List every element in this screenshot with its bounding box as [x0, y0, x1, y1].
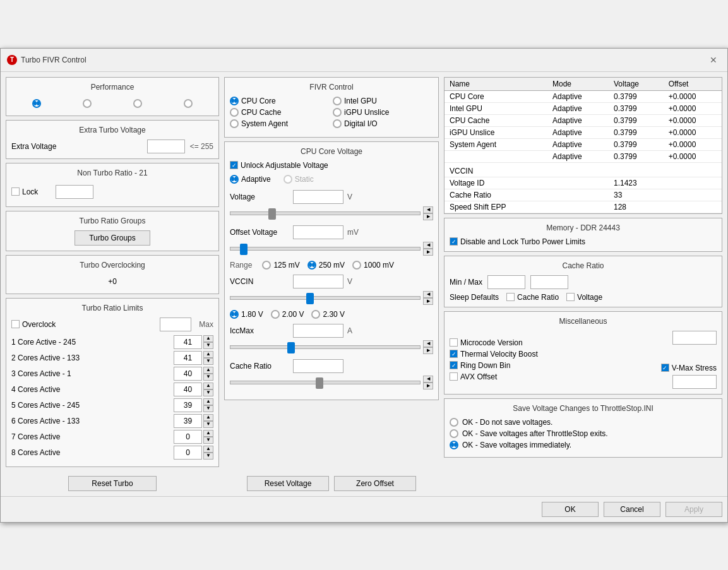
iccmax-slider[interactable]: [230, 345, 421, 349]
core-3-down[interactable]: ▼: [203, 374, 213, 381]
core-8-input[interactable]: [174, 446, 202, 460]
core-5-up[interactable]: ▲: [203, 398, 213, 405]
thermal-checkbox-item[interactable]: ✓ Thermal Velocity Boost: [450, 350, 656, 359]
offset-slider[interactable]: [230, 247, 421, 251]
iccmax-slider-down[interactable]: ▶: [423, 347, 433, 354]
core-5-input[interactable]: [174, 398, 202, 412]
range-250-radio[interactable]: 250 mV: [307, 261, 345, 270]
overclock-value-input[interactable]: 245: [160, 318, 191, 331]
turbo-groups-button[interactable]: Turbo Groups: [75, 230, 150, 246]
cache-ratio-slider-down[interactable]: ▶: [423, 383, 433, 389]
static-radio[interactable]: Static: [283, 175, 314, 184]
core-4-down[interactable]: ▼: [203, 389, 213, 396]
avx-offset-checkbox[interactable]: [450, 372, 458, 381]
cache-ratio-max-input[interactable]: 38: [530, 275, 568, 289]
core-6-down[interactable]: ▼: [203, 421, 213, 428]
cancel-button[interactable]: Cancel: [604, 502, 660, 517]
core-6-up[interactable]: ▲: [203, 414, 213, 421]
fivr-radio-digital-io-circle[interactable]: [333, 119, 342, 128]
save-do-not-save-radio[interactable]: [450, 418, 458, 427]
adaptive-radio-circle[interactable]: [230, 175, 239, 184]
offset-slider-up[interactable]: ◀: [423, 242, 433, 249]
core-2-down[interactable]: ▼: [203, 358, 213, 365]
core-7-input[interactable]: [174, 430, 202, 444]
voltage-slider[interactable]: [230, 211, 421, 215]
core-1-input[interactable]: [174, 335, 202, 349]
vccin-slider-up[interactable]: ◀: [423, 291, 433, 298]
range-1000-circle[interactable]: [352, 261, 361, 270]
voltage-sleep-checkbox[interactable]: [566, 293, 575, 301]
extra-voltage-input[interactable]: 0: [147, 140, 185, 153]
fivr-radio-igpu-unslice[interactable]: iGPU Unslice: [333, 108, 433, 117]
microcode-value-input[interactable]: 0xDE: [672, 331, 717, 345]
microcode-checkbox[interactable]: [450, 338, 458, 347]
voltage-slider-up[interactable]: ◀: [423, 206, 433, 213]
reset-turbo-button[interactable]: Reset Turbo: [68, 476, 157, 491]
save-do-not-save-row[interactable]: OK - Do not save voltages.: [450, 418, 717, 427]
fivr-radio-system-agent-circle[interactable]: [230, 119, 239, 128]
disable-lock-checkbox[interactable]: ✓: [450, 237, 458, 246]
cache-ratio-sleep-checkbox[interactable]: [506, 293, 515, 301]
avx-offset-checkbox-item[interactable]: AVX Offset: [450, 372, 656, 381]
core-1-down[interactable]: ▼: [203, 342, 213, 349]
range-125-radio[interactable]: 125 mV: [262, 261, 299, 270]
save-after-exit-row[interactable]: OK - Save voltages after ThrottleStop ex…: [450, 429, 717, 438]
fivr-radio-system-agent[interactable]: System Agent: [230, 119, 330, 128]
perf-radio-3[interactable]: [133, 99, 142, 108]
voltage-slider-down[interactable]: ▶: [423, 213, 433, 220]
vmax-checkbox[interactable]: ✓: [661, 364, 669, 372]
save-immediately-row[interactable]: OK - Save voltages immediately.: [450, 441, 717, 449]
core-2-up[interactable]: ▲: [203, 351, 213, 358]
core-4-input[interactable]: [174, 383, 202, 396]
close-button[interactable]: ✕: [706, 52, 721, 68]
core-7-up[interactable]: ▲: [203, 430, 213, 437]
fivr-radio-intel-gpu[interactable]: Intel GPU: [333, 97, 433, 105]
range-125-circle[interactable]: [262, 261, 271, 270]
iccmax-slider-up[interactable]: ◀: [423, 340, 433, 347]
core-6-input[interactable]: [174, 414, 202, 428]
overclock-checkbox[interactable]: [11, 320, 20, 328]
fivr-radio-cpu-cache[interactable]: CPU Cache: [230, 108, 330, 117]
voltage-input[interactable]: 0.3799: [293, 190, 343, 204]
vccin-range-180-circle[interactable]: [230, 310, 239, 319]
fivr-radio-cpu-core-circle[interactable]: [230, 97, 239, 105]
overclock-checkbox-item[interactable]: Overclock: [11, 320, 56, 329]
microcode-checkbox-item[interactable]: Microcode Version: [450, 338, 656, 347]
fivr-radio-digital-io[interactable]: Digital I/O: [333, 119, 433, 128]
range-250-circle[interactable]: [307, 261, 316, 270]
reset-voltage-button[interactable]: Reset Voltage: [247, 476, 329, 491]
save-after-exit-radio[interactable]: [450, 429, 458, 438]
zero-offset-button[interactable]: Zero Offset: [334, 476, 416, 491]
vccin-range-200-radio[interactable]: 2.00 V: [271, 310, 304, 319]
core-8-down[interactable]: ▼: [203, 453, 213, 460]
cache-ratio-slider[interactable]: [230, 381, 421, 384]
static-radio-circle[interactable]: [283, 175, 292, 184]
perf-radio-2[interactable]: [83, 99, 92, 108]
avx-offset-value-input[interactable]: 0: [672, 375, 717, 389]
core-1-up[interactable]: ▲: [203, 335, 213, 342]
fivr-radio-intel-gpu-circle[interactable]: [333, 97, 342, 105]
vccin-slider-down[interactable]: ▶: [423, 298, 433, 305]
fivr-radio-cpu-cache-circle[interactable]: [230, 108, 239, 117]
lock-checkbox-item[interactable]: Lock: [11, 187, 38, 196]
core-8-up[interactable]: ▲: [203, 446, 213, 453]
ring-down-checkbox[interactable]: ✓: [450, 361, 458, 369]
cache-ratio-cb[interactable]: Cache Ratio: [506, 293, 559, 302]
fivr-radio-igpu-unslice-circle[interactable]: [333, 108, 342, 117]
ring-down-checkbox-item[interactable]: ✓ Ring Down Bin: [450, 361, 656, 370]
vccin-range-230-circle[interactable]: [311, 310, 320, 319]
core-5-down[interactable]: ▼: [203, 405, 213, 412]
vccin-range-180-radio[interactable]: 1.80 V: [230, 310, 263, 319]
offset-slider-down[interactable]: ▶: [423, 249, 433, 256]
cache-ratio-input[interactable]: 117: [293, 359, 343, 373]
ok-button[interactable]: OK: [542, 502, 599, 517]
perf-radio-1[interactable]: [32, 99, 41, 108]
core-3-up[interactable]: ▲: [203, 367, 213, 374]
core-3-input[interactable]: [174, 367, 202, 381]
cache-ratio-slider-up[interactable]: ◀: [423, 376, 433, 383]
vccin-slider[interactable]: [230, 296, 421, 300]
perf-radio-4[interactable]: [184, 99, 193, 108]
core-4-up[interactable]: ▲: [203, 383, 213, 389]
iccmax-input[interactable]: 128.00: [293, 324, 343, 338]
save-immediately-radio[interactable]: [450, 441, 458, 449]
